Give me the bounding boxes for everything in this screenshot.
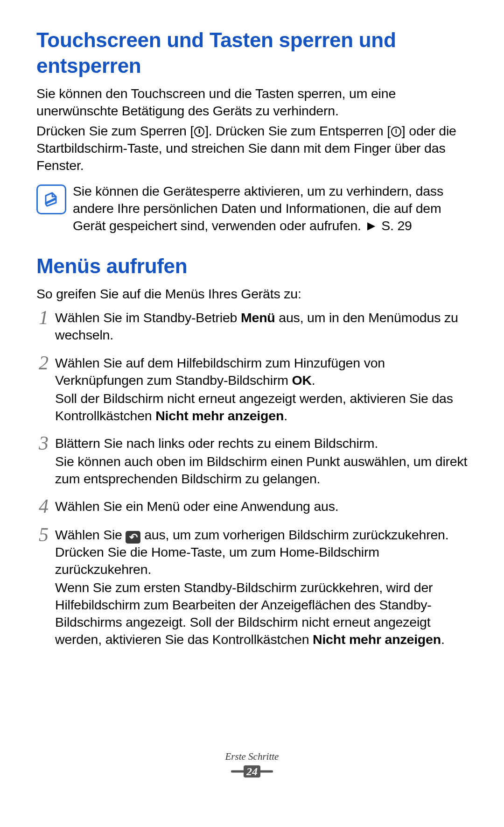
text: Sie können auch oben im Bildschirm einen…	[55, 453, 468, 488]
text: Wählen Sie ein Menü oder eine Anwendung …	[55, 498, 468, 515]
step-item: 3 Blättern Sie nach links oder rechts zu…	[36, 435, 468, 488]
back-key-icon: ↶	[126, 531, 140, 544]
footer-section-name: Erste Schritte	[0, 751, 504, 763]
text: .	[284, 408, 287, 423]
step-item: 1 Wählen Sie im Standby-Betrieb Menü aus…	[36, 309, 468, 344]
paragraph: Sie können den Touchscreen und die Taste…	[36, 85, 468, 120]
ordered-steps: 1 Wählen Sie im Standby-Betrieb Menü aus…	[36, 309, 468, 648]
bold-text: Menü	[241, 310, 275, 325]
note-text: Sie können die Gerätesperre aktivieren, …	[73, 183, 468, 234]
step-item: 4 Wählen Sie ein Menü oder eine Anwendun…	[36, 498, 468, 516]
text: Drücken Sie zum Sperren [	[36, 123, 194, 138]
page-number-badge: 24	[231, 764, 273, 778]
step-number: 1	[36, 308, 49, 327]
page-footer: Erste Schritte 24	[0, 751, 504, 780]
bold-text: Nicht mehr anzeigen	[155, 408, 284, 423]
power-icon	[391, 127, 401, 137]
step-text: Wählen Sie auf dem Hilfebildschirm zum H…	[55, 354, 468, 424]
text: Wählen Sie auf dem Hilfebildschirm zum H…	[55, 355, 385, 388]
step-number: 5	[36, 525, 49, 544]
step-text: Wählen Sie im Standby-Betrieb Menü aus, …	[55, 309, 468, 344]
document-page: Touchscreen und Tasten sperren und entsp…	[0, 0, 504, 827]
text: ]. Drücken Sie zum Entsperren [	[205, 123, 391, 138]
note-icon	[36, 184, 66, 214]
power-icon	[194, 127, 204, 137]
paragraph: Drücken Sie zum Sperren []. Drücken Sie …	[36, 122, 468, 174]
paragraph: So greifen Sie auf die Menüs Ihres Gerät…	[36, 285, 468, 303]
note-box: Sie können die Gerätesperre aktivieren, …	[36, 183, 468, 234]
text: Wählen Sie im Standby-Betrieb	[55, 310, 241, 325]
text: Wählen Sie	[55, 527, 126, 542]
step-item: 5 Wählen Sie ↶ aus, um zum vorherigen Bi…	[36, 526, 468, 648]
step-number: 3	[36, 433, 49, 453]
step-item: 2 Wählen Sie auf dem Hilfebildschirm zum…	[36, 354, 468, 424]
section-title-lock: Touchscreen und Tasten sperren und entsp…	[36, 27, 468, 78]
text: .	[441, 632, 445, 647]
bold-text: Nicht mehr anzeigen	[313, 632, 441, 647]
bold-text: OK	[292, 373, 311, 388]
step-text: Blättern Sie nach links oder rechts zu e…	[55, 435, 468, 488]
section-title-menus: Menüs aufrufen	[36, 253, 468, 279]
step-number: 4	[36, 496, 49, 516]
text: Blättern Sie nach links oder rechts zu e…	[55, 435, 468, 452]
step-text: Wählen Sie ein Menü oder eine Anwendung …	[55, 498, 468, 515]
step-text: Wählen Sie ↶ aus, um zum vorherigen Bild…	[55, 526, 468, 648]
page-number: 24	[244, 765, 260, 778]
text: .	[312, 373, 315, 388]
step-number: 2	[36, 353, 49, 373]
